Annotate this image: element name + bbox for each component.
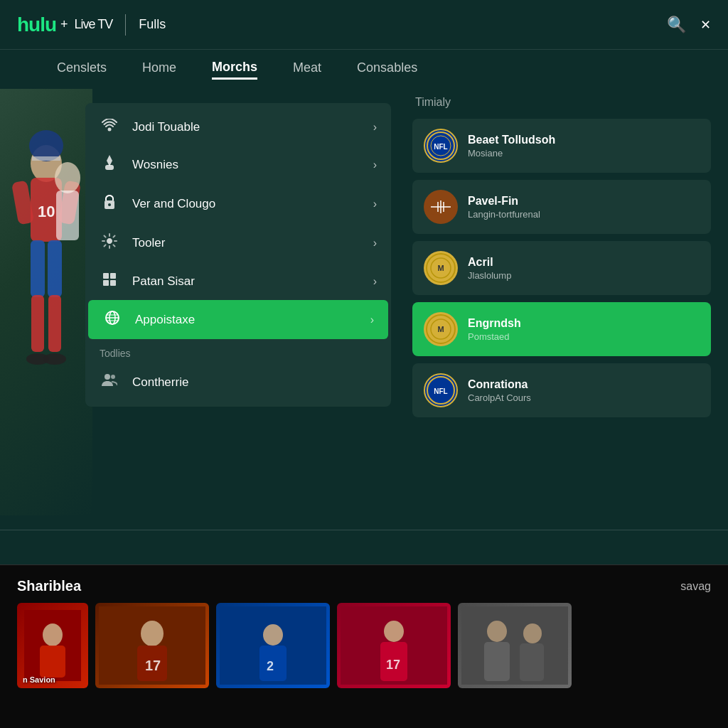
nav-meat[interactable]: Meat bbox=[293, 60, 321, 78]
person-group-icon bbox=[100, 373, 119, 391]
dropdown-item-label-jodi: Jodi Touable bbox=[132, 120, 200, 134]
thumb-img-4: 17 bbox=[337, 603, 451, 688]
channel-sub-beaet: Mosiane bbox=[468, 148, 700, 159]
chevron-right-icon-5: › bbox=[373, 275, 377, 288]
svg-text:M: M bbox=[437, 264, 444, 272]
nav-bar: Censlets Home Morchs Meat Consables bbox=[0, 50, 728, 89]
thumbnail-1[interactable]: n Savion bbox=[17, 603, 88, 688]
dropdown-item-appoistaxe[interactable]: Appoistaxe › bbox=[88, 300, 388, 339]
channel-name-pavel: Pavel-Fin bbox=[468, 195, 700, 208]
svg-rect-20 bbox=[103, 273, 109, 279]
dropdown-item-label-contherrie: Contherrie bbox=[132, 375, 188, 390]
bottom-header: Shariblea savag bbox=[0, 565, 728, 603]
channel-info-acril: Acril Jlaslolump bbox=[468, 256, 700, 281]
channel-name-beaet: Beaet Tolludsoh bbox=[468, 134, 700, 146]
channel-name-acril: Acril bbox=[468, 256, 700, 269]
svg-point-55 bbox=[263, 624, 283, 646]
fulls-label: Fulls bbox=[139, 17, 166, 32]
svg-text:M: M bbox=[437, 325, 444, 333]
search-icon[interactable]: 🔍 bbox=[667, 16, 686, 34]
svg-rect-23 bbox=[110, 280, 116, 286]
chevron-right-icon-3: › bbox=[373, 198, 377, 210]
svg-point-12 bbox=[43, 353, 66, 365]
svg-point-59 bbox=[384, 621, 404, 642]
nav-consables[interactable]: Consables bbox=[357, 60, 417, 78]
background-image: 10 bbox=[0, 89, 92, 515]
svg-rect-10 bbox=[48, 295, 61, 352]
nav-morchs[interactable]: Morchs bbox=[212, 60, 257, 80]
football-icon bbox=[424, 190, 458, 224]
chevron-right-icon: › bbox=[373, 121, 377, 134]
header-divider bbox=[125, 14, 126, 36]
svg-text:17: 17 bbox=[386, 658, 400, 672]
dropdown-item-jodi[interactable]: Jodi Touable › bbox=[85, 109, 391, 145]
thumbnail-4[interactable]: 17 bbox=[337, 603, 451, 688]
svg-point-15 bbox=[108, 128, 112, 132]
thumbnail-3[interactable]: 2 bbox=[216, 603, 330, 688]
right-panel-title: Timialy bbox=[412, 96, 711, 109]
svg-rect-49 bbox=[40, 646, 65, 678]
thumb-img-5 bbox=[458, 603, 572, 688]
nfl-logo-2: NFL bbox=[424, 373, 458, 407]
dropdown-item-label-wosnies: Wosnies bbox=[132, 158, 178, 172]
channel-item-pavel[interactable]: Pavel-Fin Langin-tortfurenal bbox=[412, 180, 711, 234]
logo-livetv: Live TV bbox=[75, 17, 113, 32]
nav-home[interactable]: Home bbox=[142, 60, 176, 78]
svg-rect-8 bbox=[48, 240, 62, 297]
close-icon[interactable]: ✕ bbox=[700, 17, 711, 33]
channel-item-engrndsh[interactable]: M Engrndsh Pomstaed bbox=[412, 302, 711, 356]
svg-rect-62 bbox=[461, 606, 568, 685]
hulu-logo[interactable]: hulu + Live TV bbox=[17, 14, 112, 36]
svg-rect-2 bbox=[32, 156, 60, 161]
thumb-img-2: 17 bbox=[95, 603, 209, 688]
channel-name-conrationa: Conrationa bbox=[468, 378, 700, 391]
svg-text:NFL: NFL bbox=[434, 387, 447, 395]
bottom-section: Shariblea savag n Savion 17 bbox=[0, 564, 728, 728]
header-icons: 🔍 ✕ bbox=[667, 16, 711, 34]
channel-sub-acril: Jlaslolump bbox=[468, 270, 700, 281]
dropdown-item-contherrie[interactable]: Contherrie bbox=[85, 363, 391, 401]
channel-info-conrationa: Conrationa CarolpAt Cours bbox=[468, 378, 700, 403]
logo-text: hulu bbox=[17, 14, 56, 36]
settings-icon bbox=[100, 233, 119, 252]
channel-item-beaet[interactable]: NFL Beaet Tolludsoh Mosiane bbox=[412, 119, 711, 173]
player-image: 10 bbox=[0, 89, 92, 515]
bottom-title: Shariblea bbox=[17, 578, 81, 594]
svg-rect-9 bbox=[31, 295, 44, 352]
dropdown-item-label-patan: Patan Sisar bbox=[132, 274, 195, 289]
medal-logo-1: M bbox=[424, 251, 458, 285]
svg-text:17: 17 bbox=[145, 658, 161, 673]
dropdown-item-patan[interactable]: Patan Sisar › bbox=[85, 262, 391, 300]
channel-name-engrndsh: Engrndsh bbox=[468, 317, 700, 330]
channel-sub-pavel: Langin-tortfurenal bbox=[468, 209, 700, 220]
nfl-logo-1: NFL bbox=[424, 129, 458, 163]
svg-rect-22 bbox=[103, 280, 109, 286]
thumbnail-5[interactable] bbox=[458, 603, 572, 688]
bottom-link[interactable]: savag bbox=[680, 580, 711, 593]
person-icon bbox=[100, 155, 119, 174]
chevron-right-icon-2: › bbox=[373, 159, 377, 171]
svg-rect-66 bbox=[520, 643, 544, 681]
thumbnail-2[interactable]: 17 bbox=[95, 603, 209, 688]
globe-icon bbox=[102, 310, 122, 329]
svg-point-13 bbox=[55, 162, 80, 193]
nav-censlets[interactable]: Censlets bbox=[57, 60, 107, 78]
thumbnail-row: n Savion 17 2 bbox=[0, 603, 728, 688]
dropdown-section-label: Todlies bbox=[85, 339, 391, 363]
channel-info-pavel: Pavel-Fin Langin-tortfurenal bbox=[468, 195, 700, 220]
channel-item-conrationa[interactable]: NFL Conrationa CarolpAt Cours bbox=[412, 363, 711, 417]
dropdown-item-wosnies[interactable]: Wosnies › bbox=[85, 145, 391, 184]
svg-text:NFL: NFL bbox=[434, 143, 447, 151]
dropdown-item-tooler[interactable]: Tooler › bbox=[85, 223, 391, 262]
dropdown-item-label-tooler: Tooler bbox=[132, 236, 165, 250]
channel-sub-conrationa: CarolpAt Cours bbox=[468, 392, 700, 403]
right-panel: Timialy NFL Beaet Tolludsoh Mosiane bbox=[412, 96, 711, 424]
svg-rect-21 bbox=[110, 273, 116, 279]
channel-info-engrndsh: Engrndsh Pomstaed bbox=[468, 317, 700, 342]
main-content: 10 bbox=[0, 89, 728, 530]
svg-rect-64 bbox=[484, 642, 510, 681]
channel-item-acril[interactable]: M Acril Jlaslolump bbox=[412, 241, 711, 295]
dropdown-item-ver[interactable]: Ver and Clougo › bbox=[85, 184, 391, 223]
svg-point-65 bbox=[523, 623, 542, 643]
grid-icon bbox=[100, 272, 119, 290]
